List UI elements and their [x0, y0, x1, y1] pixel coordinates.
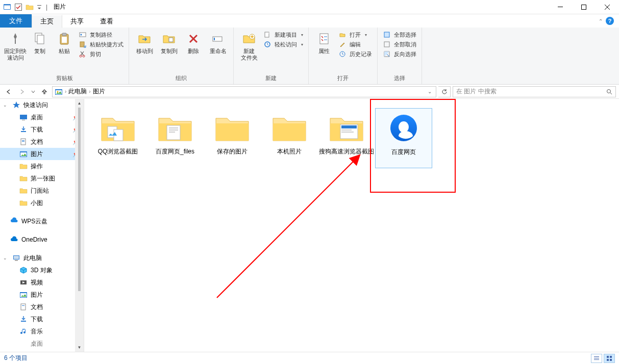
nav-pictures-pc[interactable]: 图片	[0, 289, 84, 301]
folder-item[interactable]: 百度网页_files	[146, 108, 204, 168]
new-item-button[interactable]: 新建项目▾	[263, 31, 303, 39]
nav-wps[interactable]: WPS云盘	[0, 215, 84, 227]
delete-button[interactable]: 删除	[181, 30, 206, 56]
navigation-pane: ⌄ 快速访问 桌面📌 下载📌 文档📌 图片📌 操作 第一张图 门面站 小图 WP…	[0, 99, 84, 352]
search-box[interactable]: 在 图片 中搜索	[453, 86, 616, 97]
ribbon-group-label: 选择	[381, 73, 418, 83]
folder-item[interactable]: QQ浏览器截图	[89, 108, 146, 168]
open-button[interactable]: 打开▾	[338, 31, 372, 39]
copy-to-button[interactable]: 复制到	[157, 30, 181, 56]
close-button[interactable]	[596, 0, 619, 14]
ribbon-group-open: 属性 打开▾ 编辑 历史记录 打开	[309, 28, 378, 84]
history-button[interactable]: 历史记录	[338, 50, 372, 58]
annotation-arrow	[212, 145, 375, 303]
nav-desktop-pc[interactable]: 桌面	[0, 337, 84, 350]
ribbon-group-clipboard: 固定到快 速访问 复制 粘贴 复制路径 粘贴快捷方式 剪切 剪贴板	[0, 28, 129, 84]
svg-point-60	[399, 121, 409, 133]
paste-shortcut-button[interactable]: 粘贴快捷方式	[79, 40, 123, 48]
new-folder-button[interactable]: 新建 文件夹	[237, 30, 261, 62]
edit-button[interactable]: 编辑	[338, 40, 372, 48]
paste-button[interactable]: 粘贴	[52, 30, 77, 56]
qa-checkbox-icon[interactable]	[14, 3, 22, 11]
svg-rect-52	[169, 127, 178, 128]
view-details-button[interactable]	[591, 354, 602, 363]
nav-folder-caozuo[interactable]: 操作	[0, 160, 84, 172]
nav-downloads[interactable]: 下载📌	[0, 123, 84, 136]
content-pane[interactable]: QQ浏览器截图 百度网页_files 保存的图片 本机照片	[84, 99, 619, 352]
view-icons-button[interactable]	[604, 354, 615, 363]
nav-music[interactable]: 音乐	[0, 325, 84, 337]
ribbon-tabs: 文件 主页 共享 查看 ⌃ ?	[0, 14, 619, 28]
select-none-button[interactable]: 全部取消	[383, 40, 416, 48]
tab-share[interactable]: 共享	[62, 14, 92, 28]
tab-view[interactable]: 查看	[92, 14, 121, 28]
ribbon-group-label: 打开	[312, 73, 374, 83]
nav-quick-access[interactable]: ⌄ 快速访问	[0, 99, 84, 111]
copy-path-button[interactable]: 复制路径	[79, 31, 123, 39]
address-bar: › 此电脑 › 图片 ⌄ 在 图片 中搜索	[0, 85, 619, 99]
pin-quick-access-button[interactable]: 固定到快 速访问	[3, 30, 28, 62]
item-grid: QQ浏览器截图 百度网页_files 保存的图片 本机照片	[89, 108, 614, 168]
nav-folder-menmianzhan[interactable]: 门面站	[0, 185, 84, 197]
svg-rect-63	[594, 358, 599, 358]
nav-pictures[interactable]: 图片📌	[0, 148, 84, 160]
ribbon-group-label: 剪贴板	[3, 73, 126, 83]
nav-downloads-pc[interactable]: 下载	[0, 313, 84, 325]
nav-desktop[interactable]: 桌面📌	[0, 111, 84, 123]
cut-button[interactable]: 剪切	[79, 50, 123, 58]
ribbon-group-select: 全部选择 全部取消 反向选择 选择	[378, 28, 422, 84]
svg-rect-33	[22, 120, 25, 120]
minimize-button[interactable]	[549, 0, 572, 14]
breadcrumb-bar[interactable]: › 此电脑 › 图片 ⌄	[52, 86, 436, 97]
recent-dropdown[interactable]	[30, 86, 37, 97]
svg-rect-20	[214, 38, 215, 40]
tab-file[interactable]: 文件	[0, 14, 32, 28]
svg-rect-48	[21, 321, 26, 322]
forward-button[interactable]	[16, 86, 28, 97]
maximize-button[interactable]	[572, 0, 596, 14]
svg-point-14	[81, 34, 82, 36]
html-file-item[interactable]: 百度网页	[375, 108, 432, 168]
svg-rect-24	[320, 34, 328, 44]
invert-selection-button[interactable]: 反向选择	[383, 50, 416, 58]
nav-scrollbar[interactable]: ▲ ▼	[75, 99, 84, 352]
svg-line-61	[217, 155, 360, 298]
rename-button[interactable]: 重命名	[206, 30, 230, 56]
copy-button[interactable]: 复制	[28, 30, 52, 56]
crumb-this-pc[interactable]: 此电脑	[68, 87, 87, 96]
ribbon-collapse-icon[interactable]: ⌃	[599, 18, 603, 24]
svg-rect-47	[22, 305, 24, 306]
properties-button[interactable]: 属性	[312, 30, 336, 56]
search-icon[interactable]	[606, 89, 612, 95]
select-all-button[interactable]: 全部选择	[383, 31, 416, 39]
address-dropdown-icon[interactable]: ⌄	[426, 89, 434, 94]
nav-documents-pc[interactable]: 文档	[0, 301, 84, 313]
back-button[interactable]	[3, 86, 14, 97]
folder-icon	[212, 111, 253, 147]
nav-folder-xiaotu[interactable]: 小图	[0, 197, 84, 209]
nav-onedrive[interactable]: OneDrive	[0, 233, 84, 246]
folder-item[interactable]: 搜狗高速浏览器截图	[318, 108, 375, 168]
folder-item[interactable]: 保存的图片	[204, 108, 261, 168]
ribbon: 固定到快 速访问 复制 粘贴 复制路径 粘贴快捷方式 剪切 剪贴板 移动到	[0, 28, 619, 85]
ribbon-group-organize: 移动到 复制到 删除 重命名 组织	[129, 28, 234, 84]
folder-item[interactable]: 本机照片	[261, 108, 318, 168]
svg-rect-37	[22, 141, 24, 142]
refresh-button[interactable]	[438, 86, 451, 97]
help-icon[interactable]: ?	[606, 17, 614, 25]
svg-point-31	[607, 89, 611, 93]
nav-videos[interactable]: 视频	[0, 276, 84, 289]
nav-folder-diyizhangtu[interactable]: 第一张图	[0, 172, 84, 185]
qa-dropdown-icon[interactable]	[37, 3, 42, 11]
nav-3d-objects[interactable]: 3D 对象	[0, 264, 84, 276]
nav-this-pc[interactable]: ⌄此电脑	[0, 252, 84, 264]
tab-home[interactable]: 主页	[32, 15, 62, 28]
easy-access-button[interactable]: 轻松访问▾	[263, 40, 303, 48]
folder-tab-icon	[26, 3, 34, 11]
up-button[interactable]	[39, 86, 50, 97]
main-area: ⌄ 快速访问 桌面📌 下载📌 文档📌 图片📌 操作 第一张图 门面站 小图 WP…	[0, 99, 619, 352]
crumb-pictures[interactable]: 图片	[93, 87, 105, 96]
svg-rect-22	[265, 32, 269, 37]
nav-documents[interactable]: 文档📌	[0, 136, 84, 148]
move-to-button[interactable]: 移动到	[132, 30, 157, 56]
